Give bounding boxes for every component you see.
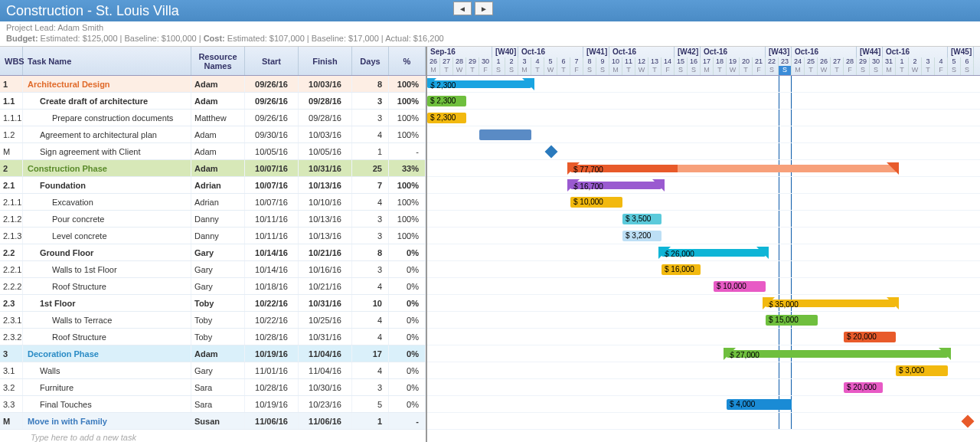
- cell-pct[interactable]: 100%: [389, 211, 426, 227]
- cell-pct[interactable]: 0%: [389, 295, 426, 311]
- cell-name[interactable]: Pour concrete: [23, 211, 191, 227]
- cell-name[interactable]: Prepare construction documents: [23, 110, 191, 126]
- cell-finish[interactable]: 09/28/16: [299, 93, 352, 109]
- cell-days[interactable]: 4: [352, 329, 389, 345]
- cell-pct[interactable]: 33%: [389, 160, 426, 176]
- cell-pct[interactable]: 0%: [389, 362, 426, 378]
- cell-name[interactable]: Construction Phase: [23, 160, 191, 176]
- cell-days[interactable]: 3: [352, 110, 389, 126]
- cell-start[interactable]: 10/11/16: [245, 211, 299, 227]
- cell-start[interactable]: 10/28/16: [245, 329, 299, 345]
- cell-days[interactable]: 3: [352, 261, 389, 277]
- col-resource[interactable]: Resource Names: [191, 47, 245, 75]
- cell-resource[interactable]: Sara: [191, 379, 245, 395]
- cell-finish[interactable]: 10/31/16: [299, 329, 352, 345]
- cell-resource[interactable]: Gary: [191, 278, 245, 294]
- cell-days[interactable]: 3: [352, 211, 389, 227]
- cell-days[interactable]: 8: [352, 244, 389, 260]
- cell-start[interactable]: 10/07/16: [245, 160, 299, 176]
- cell-start[interactable]: 11/06/16: [245, 413, 299, 429]
- cell-finish[interactable]: 10/21/16: [299, 278, 352, 294]
- cell-name[interactable]: Furniture: [23, 379, 191, 395]
- cell-days[interactable]: 1: [352, 413, 389, 429]
- cell-resource[interactable]: Adam: [191, 76, 245, 92]
- milestone-icon[interactable]: [962, 415, 975, 428]
- cell-days[interactable]: 4: [352, 362, 389, 378]
- cell-name[interactable]: Walls to 1st Floor: [23, 261, 191, 277]
- cell-resource[interactable]: Susan: [191, 413, 245, 429]
- table-row[interactable]: 2.31st FloorToby10/22/1610/31/16100%: [0, 295, 426, 312]
- cell-days[interactable]: 8: [352, 76, 389, 92]
- timeline-prev-button[interactable]: ◄: [453, 2, 472, 15]
- task-bar[interactable]: $ 15,000: [766, 315, 818, 326]
- cell-start[interactable]: 10/18/16: [245, 278, 299, 294]
- cell-finish[interactable]: 10/03/16: [299, 76, 352, 92]
- cell-finish[interactable]: 10/05/16: [299, 143, 352, 159]
- cell-finish[interactable]: 10/13/16: [299, 228, 352, 244]
- summary-bar[interactable]: $ 16,700: [570, 182, 662, 189]
- cell-pct[interactable]: -: [389, 143, 426, 159]
- cell-resource[interactable]: Adam: [191, 160, 245, 176]
- cell-days[interactable]: 3: [352, 93, 389, 109]
- cell-name[interactable]: Level concrete: [23, 228, 191, 244]
- cell-start[interactable]: 10/19/16: [245, 345, 299, 362]
- task-bar[interactable]: $ 2,300: [427, 113, 466, 123]
- task-bar[interactable]: $ 3,000: [896, 365, 948, 376]
- table-row[interactable]: 2.1.3Level concreteDanny10/11/1610/13/16…: [0, 228, 426, 244]
- cell-resource[interactable]: Toby: [191, 295, 245, 311]
- cell-name[interactable]: Sign agreement with Client: [23, 143, 191, 159]
- task-bar[interactable]: $ 4,000: [727, 399, 792, 410]
- cell-resource[interactable]: Gary: [191, 244, 245, 260]
- timeline-next-button[interactable]: ►: [475, 2, 493, 15]
- cell-resource[interactable]: Matthew: [191, 110, 245, 126]
- cell-name[interactable]: Agreement to architectural plan: [23, 126, 191, 142]
- cell-days[interactable]: 17: [352, 345, 389, 362]
- cell-resource[interactable]: Toby: [191, 312, 245, 328]
- cell-pct[interactable]: 0%: [389, 379, 426, 395]
- cell-start[interactable]: 10/14/16: [245, 261, 299, 277]
- table-row[interactable]: 1.1.1Prepare construction documentsMatth…: [0, 110, 426, 126]
- table-row[interactable]: 2.2.2Roof StructureGary10/18/1610/21/164…: [0, 278, 426, 295]
- cell-name[interactable]: Ground Floor: [23, 244, 191, 260]
- cell-pct[interactable]: 0%: [389, 278, 426, 294]
- cell-finish[interactable]: 10/10/16: [299, 194, 352, 210]
- gantt-chart[interactable]: Sep-16[W40]Oct-16[W41]Oct-16[W42]Oct-16[…: [427, 47, 980, 442]
- cell-pct[interactable]: 0%: [389, 312, 426, 328]
- cell-days[interactable]: 4: [352, 126, 389, 142]
- cell-pct[interactable]: 100%: [389, 228, 426, 244]
- cell-start[interactable]: 09/30/16: [245, 126, 299, 142]
- task-bar[interactable]: $ 10,000: [714, 281, 766, 292]
- cell-pct[interactable]: 0%: [389, 244, 426, 260]
- table-row[interactable]: 2.1.1ExcavationAdrian10/07/1610/10/16410…: [0, 194, 426, 211]
- cell-days[interactable]: 5: [352, 396, 389, 412]
- cell-pct[interactable]: 0%: [389, 345, 426, 362]
- cell-resource[interactable]: Gary: [191, 362, 245, 378]
- cell-resource[interactable]: Danny: [191, 211, 245, 227]
- cell-finish[interactable]: 10/23/16: [299, 396, 352, 412]
- cell-start[interactable]: 10/22/16: [245, 295, 299, 311]
- cell-start[interactable]: 09/26/16: [245, 76, 299, 92]
- cell-finish[interactable]: 11/04/16: [299, 345, 352, 362]
- cell-name[interactable]: Roof Structure: [23, 278, 191, 294]
- cell-finish[interactable]: 11/06/16: [299, 413, 352, 429]
- cell-pct[interactable]: 100%: [389, 126, 426, 142]
- cell-name[interactable]: Walls: [23, 362, 191, 378]
- cell-finish[interactable]: 10/31/16: [299, 295, 352, 311]
- cell-finish[interactable]: 10/25/16: [299, 312, 352, 328]
- summary-bar[interactable]: $ 77,700: [570, 165, 896, 172]
- cell-days[interactable]: 7: [352, 177, 389, 193]
- table-row[interactable]: 2.1.2Pour concreteDanny10/11/1610/13/163…: [0, 211, 426, 228]
- cell-name[interactable]: 1st Floor: [23, 295, 191, 311]
- table-row[interactable]: 2.1FoundationAdrian10/07/1610/13/167100%: [0, 177, 426, 194]
- cell-days[interactable]: 4: [352, 278, 389, 294]
- cell-resource[interactable]: Adrian: [191, 194, 245, 210]
- cell-start[interactable]: 09/26/16: [245, 93, 299, 109]
- cell-start[interactable]: 10/11/16: [245, 228, 299, 244]
- cell-finish[interactable]: 10/21/16: [299, 244, 352, 260]
- task-bar[interactable]: $ 20,000: [844, 332, 896, 342]
- summary-bar[interactable]: $ 35,000: [766, 300, 896, 307]
- cell-resource[interactable]: Gary: [191, 261, 245, 277]
- table-row[interactable]: 3Decoration PhaseAdam10/19/1611/04/16170…: [0, 345, 426, 362]
- cell-start[interactable]: 09/26/16: [245, 110, 299, 126]
- cell-name[interactable]: Walls to Terrace: [23, 312, 191, 328]
